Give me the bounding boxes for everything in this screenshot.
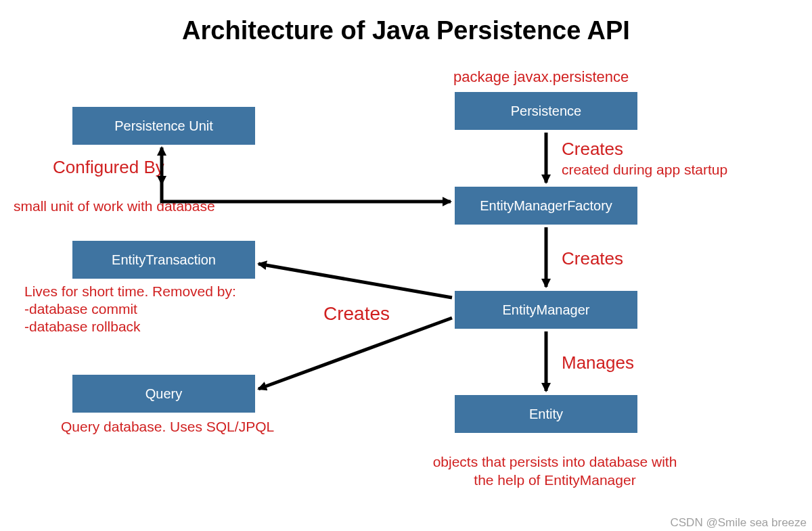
note-creates-left: Creates bbox=[323, 302, 390, 325]
note-entity-desc-2: the help of EntityManager bbox=[379, 471, 731, 489]
svg-line-4 bbox=[258, 264, 452, 298]
note-small-unit: small unit of work with database bbox=[14, 198, 215, 215]
svg-line-5 bbox=[258, 318, 452, 389]
note-manages: Manages bbox=[562, 352, 634, 374]
note-package: package javax.persistence bbox=[453, 68, 629, 87]
note-configured-by: Configured By bbox=[53, 156, 164, 179]
note-tx-life-2: -database commit bbox=[24, 300, 137, 318]
box-entity-manager: EntityManager bbox=[455, 291, 637, 329]
box-entity-transaction: EntityTransaction bbox=[72, 241, 255, 279]
diagram-title: Architecture of Java Persistence API bbox=[0, 16, 812, 45]
note-creates-emf: Creates bbox=[562, 138, 623, 160]
note-tx-life-3: -database rollback bbox=[24, 318, 141, 336]
note-query-desc: Query database. Uses SQL/JPQL bbox=[61, 418, 274, 436]
box-persistence: Persistence bbox=[455, 92, 637, 130]
box-persistence-unit: Persistence Unit bbox=[72, 107, 255, 145]
note-tx-life-1: Lives for short time. Removed by: bbox=[24, 283, 236, 300]
box-entity-manager-factory: EntityManagerFactory bbox=[455, 187, 637, 225]
watermark: CSDN @Smile sea breeze bbox=[671, 516, 807, 530]
box-query: Query bbox=[72, 375, 255, 413]
note-startup: created during app startup bbox=[562, 161, 727, 179]
note-entity-desc-1: objects that persists into database with bbox=[379, 453, 731, 471]
box-entity: Entity bbox=[455, 395, 637, 433]
note-creates-em: Creates bbox=[562, 248, 623, 270]
